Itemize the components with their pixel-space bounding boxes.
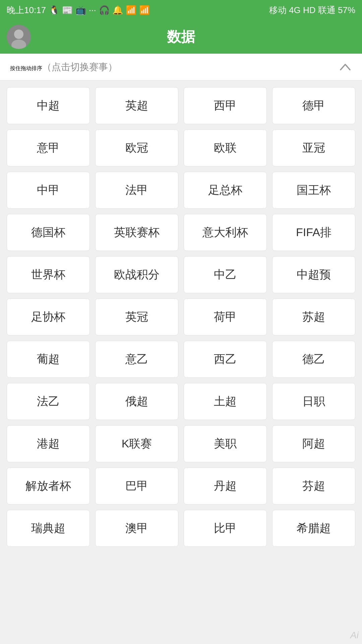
league-item[interactable]: 美职 (184, 425, 267, 462)
avatar[interactable] (7, 25, 31, 49)
watermark: Ai (350, 630, 359, 641)
league-item[interactable]: 西甲 (184, 87, 267, 124)
league-item[interactable]: 澳甲 (95, 510, 178, 547)
league-item[interactable]: 意大利杯 (184, 214, 267, 251)
league-item[interactable]: 国王杯 (272, 172, 355, 209)
league-item[interactable]: 世界杯 (7, 256, 90, 293)
headset-icon: 🎧 (99, 5, 110, 15)
league-item[interactable]: 意乙 (95, 341, 178, 378)
alarm-icon: 🔔 (112, 5, 123, 15)
league-item[interactable]: 土超 (184, 383, 267, 420)
league-item[interactable]: 中超 (7, 87, 90, 124)
grid-container: 中超英超西甲德甲意甲欧冠欧联亚冠中甲法甲足总杯国王杯德国杯英联赛杯意大利杯FIF… (0, 80, 362, 560)
league-item[interactable]: 中乙 (184, 256, 267, 293)
league-item[interactable]: 英联赛杯 (95, 214, 178, 251)
status-time: 晚上10:17 (7, 4, 46, 16)
league-item[interactable]: 足协杯 (7, 299, 90, 335)
league-item[interactable]: 解放者杯 (7, 468, 90, 504)
league-item[interactable]: 希腊超 (272, 510, 355, 547)
league-item[interactable]: 中超预 (272, 256, 355, 293)
league-item[interactable]: 西乙 (184, 341, 267, 378)
league-item[interactable]: 德国杯 (7, 214, 90, 251)
league-item[interactable]: 欧冠 (95, 129, 178, 166)
more-icon: ··· (89, 5, 96, 15)
league-item[interactable]: 巴甲 (95, 468, 178, 504)
league-item[interactable]: 欧联 (184, 129, 267, 166)
svg-point-1 (14, 30, 23, 39)
league-item[interactable]: 丹超 (184, 468, 267, 504)
status-left: 晚上10:17 🐧 📰 📺 ··· 🎧 🔔 📶 📶 (7, 4, 150, 16)
page-title: 数据 (167, 28, 195, 46)
status-bar: 晚上10:17 🐧 📰 📺 ··· 🎧 🔔 📶 📶 移动 4G HD 联通 57… (0, 0, 362, 20)
league-item[interactable]: 法乙 (7, 383, 90, 420)
league-item[interactable]: 中甲 (7, 172, 90, 209)
league-item[interactable]: 英冠 (95, 299, 178, 335)
league-grid: 中超英超西甲德甲意甲欧冠欧联亚冠中甲法甲足总杯国王杯德国杯英联赛杯意大利杯FIF… (7, 87, 355, 547)
league-item[interactable]: 阿超 (272, 425, 355, 462)
league-item[interactable]: 亚冠 (272, 129, 355, 166)
sort-header-text: 按住拖动排序（点击切换赛事） (10, 61, 117, 73)
wifi-icon: 📶 (126, 5, 136, 15)
status-right: 移动 4G HD 联通 57% (269, 4, 355, 16)
carrier-info: 移动 4G HD 联通 57% (269, 4, 355, 16)
sort-header[interactable]: 按住拖动排序（点击切换赛事） (0, 54, 362, 80)
league-item[interactable]: 港超 (7, 425, 90, 462)
league-item[interactable]: 英超 (95, 87, 178, 124)
league-item[interactable]: 欧战积分 (95, 256, 178, 293)
league-item[interactable]: 比甲 (184, 510, 267, 547)
signal-icon: 📶 (139, 5, 150, 15)
collapse-button[interactable] (339, 60, 352, 74)
league-item[interactable]: 德乙 (272, 341, 355, 378)
league-item[interactable]: 日职 (272, 383, 355, 420)
league-item[interactable]: 瑞典超 (7, 510, 90, 547)
league-item[interactable]: 苏超 (272, 299, 355, 335)
notification-icon: 🐧 (49, 5, 59, 15)
app-icon-1: 📰 (62, 5, 73, 15)
app-icon-2: 📺 (75, 5, 86, 15)
league-item[interactable]: FIFA排 (272, 214, 355, 251)
league-item[interactable]: 芬超 (272, 468, 355, 504)
sort-main-text: 按住拖动排序 (10, 65, 42, 71)
league-item[interactable]: 俄超 (95, 383, 178, 420)
league-item[interactable]: 足总杯 (184, 172, 267, 209)
league-item[interactable]: 荷甲 (184, 299, 267, 335)
league-item[interactable]: 葡超 (7, 341, 90, 378)
league-item[interactable]: 法甲 (95, 172, 178, 209)
league-item[interactable]: 意甲 (7, 129, 90, 166)
league-item[interactable]: 德甲 (272, 87, 355, 124)
league-item[interactable]: K联赛 (95, 425, 178, 462)
sort-sub-text: （点击切换赛事） (42, 62, 117, 72)
app-bar: 数据 (0, 20, 362, 54)
